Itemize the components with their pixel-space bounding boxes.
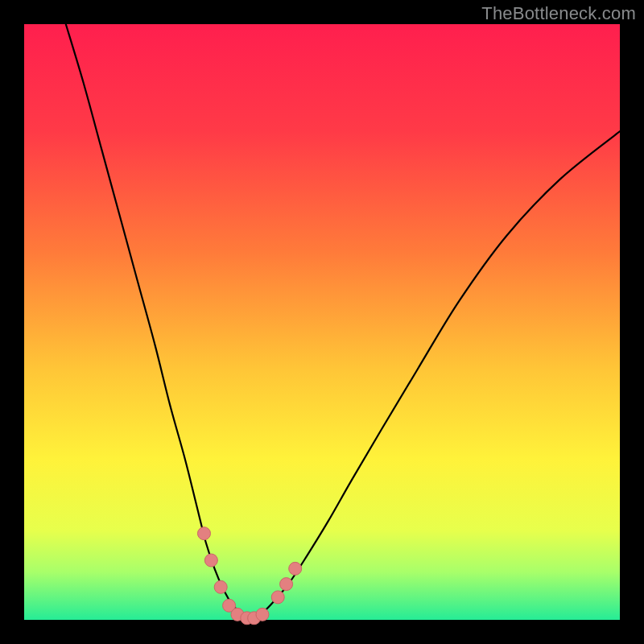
marker-point xyxy=(214,580,227,593)
marker-point xyxy=(280,578,293,591)
marker-point xyxy=(271,591,284,604)
watermark-text: TheBottleneck.com xyxy=(481,3,636,24)
curves-layer xyxy=(24,24,620,620)
chart-frame: TheBottleneck.com xyxy=(0,0,644,644)
marker-point xyxy=(204,554,217,567)
plot-area xyxy=(24,24,620,620)
curve-right-curve xyxy=(250,131,620,618)
curve-left-curve xyxy=(66,24,250,619)
marker-point xyxy=(256,608,269,621)
marker-point xyxy=(289,562,302,575)
marker-point xyxy=(197,527,210,540)
